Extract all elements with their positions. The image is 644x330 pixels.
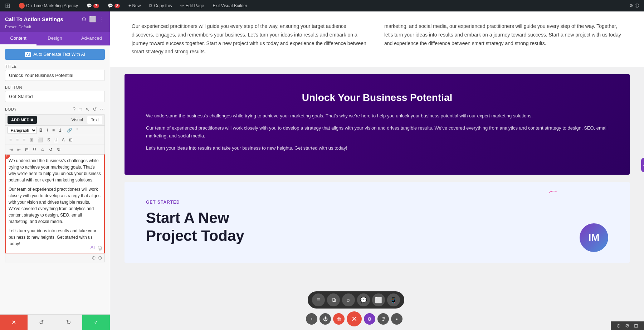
- save-button[interactable]: ✓: [82, 315, 110, 330]
- module-settings-button[interactable]: ⚙: [364, 313, 375, 325]
- module-delete-button[interactable]: 🗑: [333, 313, 345, 325]
- edit-icon: ✏: [180, 3, 184, 8]
- emoji-button[interactable]: ☺: [39, 146, 47, 153]
- tab-content[interactable]: Content: [0, 32, 36, 45]
- admin-bar: ⊞ On-Time Marketing Agency 💬 7 💬 2 + New…: [0, 0, 644, 11]
- status-icon-1[interactable]: ⊙: [616, 323, 621, 329]
- module-add-button[interactable]: +: [306, 313, 317, 325]
- paragraph-select[interactable]: Paragraph Heading 1 Heading 2: [8, 127, 37, 134]
- link-button[interactable]: 🔗: [65, 127, 74, 134]
- more2-button[interactable]: ⊟: [23, 146, 30, 153]
- col1-text: Our experienced practitioners will guide…: [132, 22, 370, 56]
- editor-resize-handle[interactable]: ⊙: [98, 247, 103, 251]
- page-toolbar-mobile-button[interactable]: 📱: [387, 293, 400, 306]
- module-bar-button[interactable]: ▪: [391, 313, 402, 325]
- get-started-title: Start A NewProject Today: [146, 209, 608, 245]
- body-icon-undo[interactable]: ↺: [93, 106, 97, 112]
- edit-page-label: Edit Page: [185, 3, 204, 8]
- page-toolbar-view-button[interactable]: ⬜: [372, 293, 385, 306]
- editor-bottom-icon-2[interactable]: ⊙: [98, 255, 102, 261]
- panel-icon-more[interactable]: ⋮: [99, 16, 105, 23]
- body-section-header: Body ? ◻ ↖ ↺ ⋯: [5, 106, 105, 112]
- panel-header-icons: ⊙ ⬜ ⋮: [82, 16, 105, 23]
- module-close-button[interactable]: ✕: [347, 311, 362, 326]
- site-name-item[interactable]: On-Time Marketing Agency: [17, 0, 80, 11]
- indent-out-button[interactable]: ⇤: [15, 146, 23, 153]
- table-button[interactable]: ⊞: [28, 136, 35, 144]
- wp-logo-item[interactable]: ⊞: [3, 0, 13, 11]
- exit-builder-item[interactable]: Exit Visual Builder: [211, 0, 250, 11]
- align-center-button[interactable]: ≡: [14, 136, 20, 144]
- ul-button[interactable]: ≡: [50, 127, 57, 134]
- cancel-button[interactable]: ✕: [0, 315, 28, 330]
- module-clock-button[interactable]: ⏱: [377, 313, 389, 325]
- editor-bottom-icon-1[interactable]: ⊙: [92, 255, 96, 261]
- redo-button[interactable]: ↻: [55, 315, 83, 330]
- tab-advanced[interactable]: Advanced: [73, 32, 110, 45]
- page-toolbar-search-button[interactable]: ⌕: [342, 293, 355, 306]
- body-icon-cursor[interactable]: ↖: [86, 106, 90, 112]
- status-icon-2[interactable]: ⚙: [625, 323, 630, 329]
- align-left-button[interactable]: ≡: [8, 136, 14, 144]
- editor-format-toolbar-2: ≡ ≡ ≡ ⊞ ⬜ S U A ⊞: [5, 135, 105, 145]
- indent-button[interactable]: ⬜: [36, 136, 45, 144]
- panel-icon-circle[interactable]: ⊙: [82, 16, 86, 23]
- comment-item[interactable]: 💬 2: [106, 0, 122, 11]
- panel-title: Call To Action Settings: [5, 16, 63, 22]
- cta-p3: Let's turn your ideas into results and t…: [146, 144, 608, 152]
- bold-button[interactable]: B: [38, 127, 44, 134]
- admin-right-icons[interactable]: ⚙ ⓘ: [627, 3, 641, 9]
- quote-button[interactable]: ": [75, 127, 80, 134]
- color-button[interactable]: A: [60, 136, 67, 144]
- tab-design[interactable]: Design: [36, 32, 73, 45]
- edit-page-item[interactable]: ✏ Edit Page: [178, 0, 206, 11]
- title-input[interactable]: [5, 70, 105, 81]
- undo2-button[interactable]: ↺: [47, 146, 54, 153]
- redo2-button[interactable]: ↻: [55, 146, 62, 153]
- ai-button-label: Auto Generate Text With AI: [33, 52, 85, 57]
- panel-header-top: Call To Action Settings ⊙ ⬜ ⋮: [5, 16, 105, 23]
- editor-tab-visual[interactable]: Visual: [68, 116, 87, 124]
- more-button[interactable]: ⊞: [67, 136, 74, 144]
- copy-item[interactable]: ⧉ Copy this: [147, 0, 174, 11]
- align-right-button[interactable]: ≡: [21, 136, 27, 144]
- body-paragraph-1: We understand the business's challenges …: [9, 157, 101, 183]
- panel-icon-expand[interactable]: ⬜: [89, 16, 96, 23]
- body-icon-more[interactable]: ⋯: [100, 106, 105, 112]
- underline-button[interactable]: U: [53, 136, 59, 144]
- new-item[interactable]: + New: [126, 0, 143, 11]
- get-started-section[interactable]: GET STARTED Start A NewProject Today ⌒ I…: [125, 182, 630, 263]
- status-icon-3[interactable]: ⊟: [634, 323, 638, 329]
- body-paragraph-2: Our team of experienced practitioners wi…: [9, 186, 101, 225]
- cta-section[interactable]: Unlock Your Business Potential We unders…: [125, 74, 630, 174]
- editor-body[interactable]: 1 We understand the business's challenge…: [5, 154, 105, 253]
- wp-logo-icon: ⊞: [5, 2, 10, 10]
- editor-format-toolbar-3: ⇥ ⇤ ⊟ Ω ☺ ↺ ↻: [5, 145, 105, 154]
- body-icon-question[interactable]: ?: [73, 106, 75, 112]
- editor-ai-icon[interactable]: AI: [91, 245, 95, 251]
- italic-button[interactable]: I: [45, 127, 50, 134]
- undo-button[interactable]: ↺: [28, 315, 55, 330]
- omega-button[interactable]: Ω: [31, 146, 38, 153]
- button-input[interactable]: [5, 91, 105, 102]
- body-icon-box[interactable]: ◻: [78, 106, 83, 112]
- get-started-label: GET STARTED: [146, 200, 608, 205]
- comment-badge: 2: [114, 4, 120, 8]
- add-media-button[interactable]: ADD MEDIA: [8, 116, 37, 124]
- page-toolbar-comment-button[interactable]: 💬: [357, 293, 370, 306]
- notif-item[interactable]: 💬 7: [84, 0, 101, 11]
- module-power-button[interactable]: ⏻: [319, 313, 331, 325]
- col1-paragraph: Our experienced practitioners will guide…: [132, 22, 370, 56]
- indent-in-button[interactable]: ⇥: [8, 146, 15, 153]
- comment-icon: 💬: [87, 3, 92, 8]
- editor-tab-text[interactable]: Text: [87, 116, 102, 124]
- cta-p1: We understand the business's challenges …: [146, 112, 608, 120]
- body-label: Body: [5, 107, 17, 111]
- body-paragraph-3: Let's turn your ideas into results and t…: [9, 228, 101, 247]
- page-toolbar-copy-button[interactable]: ⧉: [327, 293, 340, 306]
- ai-generate-button[interactable]: AI Auto Generate Text With AI: [5, 49, 105, 60]
- page-toolbar-menu-button[interactable]: ≡: [312, 293, 325, 306]
- strikethrough-button[interactable]: S: [45, 136, 52, 144]
- page-toolbar: ≡ ⧉ ⌕ 💬 ⬜ 📱: [308, 291, 404, 309]
- ol-button[interactable]: 1.: [57, 127, 64, 134]
